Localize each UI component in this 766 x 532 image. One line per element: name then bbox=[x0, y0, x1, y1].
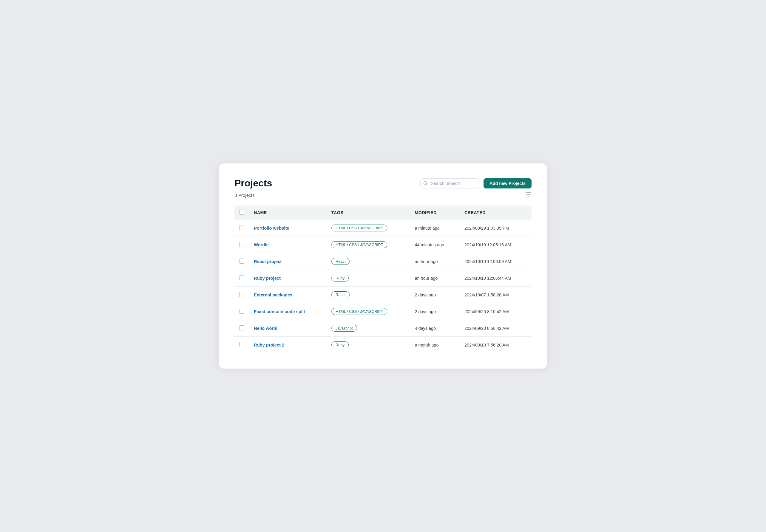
row-checkbox[interactable] bbox=[239, 325, 244, 330]
row-checkbox[interactable] bbox=[239, 309, 244, 314]
row-checkbox-cell bbox=[234, 253, 249, 270]
tag-badge: React bbox=[331, 291, 350, 298]
projects-card: Projects Add new Projects 8 Projects bbox=[219, 163, 547, 369]
row-tags-cell: React bbox=[327, 287, 410, 303]
row-tags-cell: Ruby bbox=[327, 270, 410, 287]
row-modified-cell: an hour ago bbox=[410, 253, 460, 270]
col-tags: TAGS bbox=[327, 205, 410, 220]
row-checkbox[interactable] bbox=[239, 275, 244, 280]
row-tags-cell: Javascript bbox=[327, 320, 410, 337]
table-row: Hello worldJavascript4 days ago2024/09/2… bbox=[234, 320, 532, 337]
table-row: Portfolio websiteHTML / CSS / JAVASCRIPT… bbox=[234, 220, 532, 236]
page-title: Projects bbox=[234, 178, 272, 189]
row-modified-cell: 44 minutes ago bbox=[410, 236, 460, 253]
row-checkbox-cell bbox=[234, 337, 249, 353]
projects-table: NAME TAGS MODIFIED CREATED Portfolio web… bbox=[234, 205, 532, 353]
table-header-row: NAME TAGS MODIFIED CREATED bbox=[234, 205, 532, 220]
row-modified-cell: 4 days ago bbox=[410, 320, 460, 337]
project-count: 8 Projects bbox=[234, 193, 255, 198]
header-row: Projects Add new Projects bbox=[234, 178, 532, 189]
header-checkbox-cell bbox=[234, 205, 249, 220]
table-row: External packagesReact2 days ago2024/10/… bbox=[234, 287, 532, 303]
row-name-cell: React project bbox=[249, 253, 327, 270]
row-name-cell: Ruby project 2 bbox=[249, 337, 327, 353]
table-row: React projectReactan hour ago2024/10/10 … bbox=[234, 253, 532, 270]
project-link[interactable]: React project bbox=[254, 259, 282, 264]
row-tags-cell: React bbox=[327, 253, 410, 270]
row-created-cell: 2024/10/07 1:58:28 AM bbox=[460, 287, 532, 303]
col-name: NAME bbox=[249, 205, 327, 220]
project-link[interactable]: Ruby project 2 bbox=[254, 343, 284, 347]
project-link[interactable]: Fixed console-code split bbox=[254, 309, 305, 314]
table-row: Fixed console-code splitHTML / CSS / JAV… bbox=[234, 303, 532, 320]
row-name-cell: External packages bbox=[249, 287, 327, 303]
tag-badge: HTML / CSS / JAVASCRIPT bbox=[331, 241, 387, 248]
col-modified: MODIFIED bbox=[410, 205, 460, 220]
tag-badge: Javascript bbox=[331, 325, 357, 332]
add-new-projects-button[interactable]: Add new Projects bbox=[484, 178, 532, 188]
row-tags-cell: HTML / CSS / JAVASCRIPT bbox=[327, 220, 410, 236]
row-modified-cell: an hour ago bbox=[410, 270, 460, 287]
subheader-row: 8 Projects bbox=[234, 191, 532, 199]
search-input[interactable] bbox=[420, 178, 480, 188]
row-name-cell: Ruby project bbox=[249, 270, 327, 287]
row-created-cell: 2024/08/13 7:56:20 AM bbox=[460, 337, 532, 353]
table-row: WordleHTML / CSS / JAVASCRIPT44 minutes … bbox=[234, 236, 532, 253]
row-modified-cell: a month ago bbox=[410, 337, 460, 353]
row-checkbox-cell bbox=[234, 270, 249, 287]
col-created: CREATED bbox=[460, 205, 532, 220]
filter-icon[interactable] bbox=[525, 191, 532, 199]
tag-badge: HTML / CSS / JAVASCRIPT bbox=[331, 308, 387, 315]
row-created-cell: 2024/09/20 8:10:42 AM bbox=[460, 303, 532, 320]
row-tags-cell: HTML / CSS / JAVASCRIPT bbox=[327, 236, 410, 253]
row-created-cell: 2024/09/23 8:56:42 AM bbox=[460, 320, 532, 337]
row-checkbox[interactable] bbox=[239, 242, 244, 247]
row-checkbox-cell bbox=[234, 303, 249, 320]
row-created-cell: 2024/10/10 12:05:16 AM bbox=[460, 236, 532, 253]
row-created-cell: 2024/08/29 1:03:35 PM bbox=[460, 220, 532, 236]
row-checkbox-cell bbox=[234, 220, 249, 236]
table-row: Ruby project 2Rubya month ago2024/08/13 … bbox=[234, 337, 532, 353]
tag-badge: HTML / CSS / JAVASCRIPT bbox=[331, 225, 387, 231]
row-checkbox-cell bbox=[234, 236, 249, 253]
row-tags-cell: HTML / CSS / JAVASCRIPT bbox=[327, 303, 410, 320]
row-checkbox-cell bbox=[234, 287, 249, 303]
row-checkbox[interactable] bbox=[239, 259, 244, 264]
tag-badge: Ruby bbox=[331, 275, 349, 282]
row-name-cell: Portfolio website bbox=[249, 220, 327, 236]
row-checkbox[interactable] bbox=[239, 292, 244, 297]
project-link[interactable]: Portfolio website bbox=[254, 226, 289, 231]
row-checkbox[interactable] bbox=[239, 342, 244, 347]
header-actions: Add new Projects bbox=[420, 178, 532, 188]
project-link[interactable]: Wordle bbox=[254, 242, 269, 247]
row-name-cell: Wordle bbox=[249, 236, 327, 253]
row-name-cell: Hello world bbox=[249, 320, 327, 337]
row-checkbox-cell bbox=[234, 320, 249, 337]
select-all-checkbox[interactable] bbox=[239, 210, 244, 215]
row-checkbox[interactable] bbox=[239, 225, 244, 230]
tag-badge: React bbox=[331, 258, 350, 265]
row-name-cell: Fixed console-code split bbox=[249, 303, 327, 320]
row-modified-cell: 2 days ago bbox=[410, 303, 460, 320]
search-wrapper bbox=[420, 178, 480, 188]
project-link[interactable]: Hello world bbox=[254, 326, 277, 331]
row-modified-cell: a minute ago bbox=[410, 220, 460, 236]
tag-badge: Ruby bbox=[331, 341, 349, 348]
project-link[interactable]: External packages bbox=[254, 293, 292, 297]
project-link[interactable]: Ruby project bbox=[254, 276, 281, 281]
row-modified-cell: 2 days ago bbox=[410, 287, 460, 303]
row-created-cell: 2024/10/10 12:06:44 AM bbox=[460, 270, 532, 287]
table-row: Ruby projectRubyan hour ago2024/10/10 12… bbox=[234, 270, 532, 287]
row-created-cell: 2024/10/10 12:06:09 AM bbox=[460, 253, 532, 270]
row-tags-cell: Ruby bbox=[327, 337, 410, 353]
